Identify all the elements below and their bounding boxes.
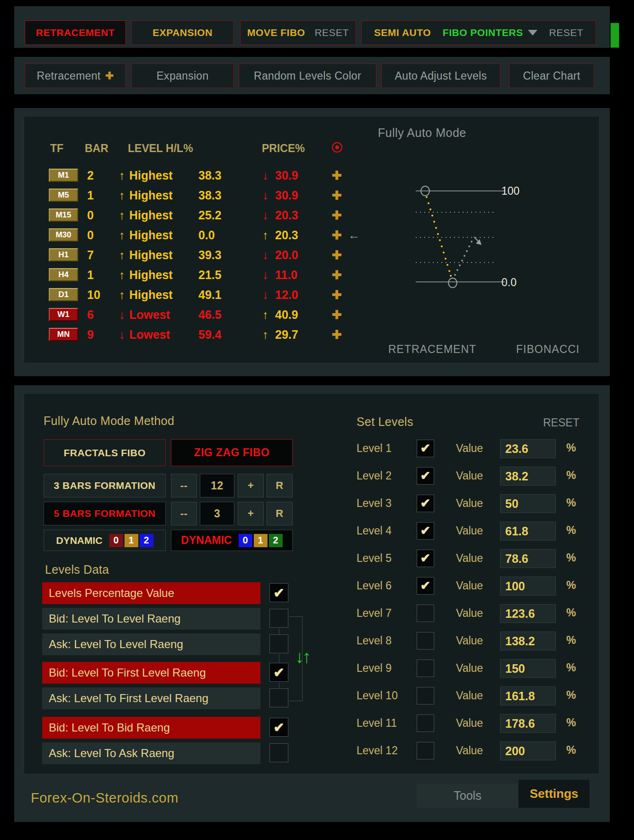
random-levels-color-button[interactable]: Random Levels Color: [239, 63, 376, 88]
move-fibo-button[interactable]: MOVE FIBO: [247, 27, 305, 38]
levels-data-row-button[interactable]: Ask: Level To Ask Raeng: [42, 742, 260, 764]
level-checkbox[interactable]: [417, 742, 434, 759]
level-value-input[interactable]: 78.6: [500, 549, 556, 568]
levels-data-checkbox[interactable]: [269, 583, 288, 602]
levels-data-row-button[interactable]: Ask: Level To Level Raeng: [42, 633, 260, 655]
semi-auto-button[interactable]: SEMI AUTO: [374, 27, 431, 38]
dynamic-option-button[interactable]: 2: [269, 534, 283, 547]
timeframe-button[interactable]: M5: [49, 189, 78, 202]
add-fibo-icon[interactable]: [332, 169, 342, 182]
bar-count: 2: [87, 169, 94, 182]
bars3-increment-button[interactable]: +: [238, 474, 264, 497]
level-checkbox[interactable]: [417, 467, 434, 485]
dynamic-option-button[interactable]: 0: [239, 534, 252, 547]
bars3-formation-button[interactable]: 3 BARS FORMATION: [44, 474, 166, 497]
panel-collapse-handle[interactable]: [610, 23, 619, 48]
level-value-input[interactable]: 200: [500, 741, 556, 760]
level-checkbox[interactable]: [417, 550, 434, 567]
pointers-reset-button[interactable]: RESET: [549, 27, 583, 38]
zigzag-fibo-button[interactable]: ZIG ZAG FIBO: [171, 439, 293, 466]
set-level-row: Level 10 Value 161.8 %: [357, 683, 584, 710]
add-fibo-icon[interactable]: [332, 228, 342, 242]
tab-tools[interactable]: Tools: [417, 784, 518, 808]
levels-data-label: Levels Percentage Value: [49, 587, 174, 600]
auto-adjust-levels-button[interactable]: Auto Adjust Levels: [381, 63, 500, 88]
levels-data-checkbox[interactable]: [269, 718, 288, 737]
fractals-fibo-button[interactable]: FRACTALS FIBO: [44, 439, 166, 466]
add-fibo-icon[interactable]: [332, 268, 342, 282]
level-checkbox[interactable]: [417, 632, 434, 650]
timeframe-button[interactable]: H4: [49, 268, 78, 281]
level-checkbox[interactable]: [417, 495, 434, 512]
levels-data-checkbox[interactable]: [269, 634, 288, 653]
method-section-title: Fully Auto Mode Method: [44, 414, 174, 428]
bars3-reset-button[interactable]: R: [267, 474, 293, 497]
add-fibo-icon[interactable]: [332, 288, 342, 302]
bars5-increment-button[interactable]: +: [238, 502, 264, 525]
level-value-input[interactable]: 161.8: [500, 686, 556, 705]
set-levels-reset-button[interactable]: RESET: [543, 416, 580, 429]
level-checkbox[interactable]: [417, 522, 434, 540]
levels-data-checkbox[interactable]: [269, 743, 288, 762]
add-fibo-icon[interactable]: [332, 208, 342, 222]
add-fibo-icon[interactable]: [332, 308, 342, 322]
value-label: Value: [456, 634, 483, 647]
clear-chart-button[interactable]: Clear Chart: [509, 63, 594, 88]
levels-data-row-button[interactable]: Bid: Level To Bid Raeng: [42, 717, 260, 739]
timeframe-button[interactable]: D1: [49, 288, 78, 301]
dynamic-option-button[interactable]: 2: [140, 534, 153, 547]
level-value-input[interactable]: 38.2: [500, 467, 556, 486]
timeframe-button[interactable]: MN: [49, 328, 78, 341]
level-checkbox[interactable]: [417, 659, 434, 677]
level-label: Level 2: [357, 470, 392, 482]
bars5-formation-button[interactable]: 5 BARS FORMATION: [44, 502, 166, 525]
dynamic-option-button[interactable]: 1: [254, 534, 268, 547]
retracement-mode-button[interactable]: RETRACEMENT: [25, 20, 126, 45]
price-direction-icon: [262, 189, 268, 202]
expansion-mode-button[interactable]: EXPANSION: [131, 20, 234, 45]
level-value-input[interactable]: 100: [500, 577, 556, 596]
levels-data-checkbox[interactable]: [269, 609, 288, 628]
level-checkbox[interactable]: [417, 440, 434, 457]
add-fibo-icon[interactable]: [332, 328, 342, 342]
levels-data-checkbox[interactable]: [269, 688, 288, 707]
level-value-input[interactable]: 50: [500, 494, 556, 513]
timeframe-table-header: TF BAR LEVEL H/L% PRICE%: [24, 142, 599, 157]
timeframe-button[interactable]: H1: [49, 248, 78, 262]
level-checkbox[interactable]: [417, 714, 434, 732]
level-checkbox[interactable]: [417, 605, 434, 622]
value-label: Value: [456, 552, 483, 565]
level-value-input[interactable]: 178.6: [500, 714, 556, 733]
levels-data-row-button[interactable]: Ask: Level To First Level Raeng: [42, 687, 260, 709]
draw-retracement-button[interactable]: Retracement ✚: [25, 63, 126, 88]
dynamic-option-button[interactable]: 0: [109, 534, 123, 547]
timeframe-button[interactable]: M30: [49, 228, 78, 242]
tab-settings[interactable]: Settings: [518, 780, 589, 808]
dynamic-option-button[interactable]: 1: [125, 534, 138, 547]
level-value-input[interactable]: 138.2: [500, 632, 556, 650]
level-value-input[interactable]: 123.6: [500, 604, 556, 623]
level-value-input[interactable]: 61.8: [500, 522, 556, 541]
bars3-decrement-button[interactable]: --: [171, 474, 197, 497]
levels-data-checkbox[interactable]: [269, 663, 288, 682]
level-type: Highest: [129, 268, 173, 282]
levels-data-row-button[interactable]: Bid: Level To Level Raeng: [42, 608, 260, 630]
draw-expansion-button[interactable]: Expansion: [131, 63, 234, 88]
level-value-input[interactable]: 150: [500, 659, 556, 678]
bars5-reset-button[interactable]: R: [267, 502, 293, 525]
level-checkbox[interactable]: [417, 687, 434, 705]
timeframe-button[interactable]: M15: [49, 208, 78, 222]
timeframe-button[interactable]: W1: [49, 308, 78, 321]
levels-data-row-button[interactable]: Bid: Level To First Level Raeng: [42, 662, 260, 684]
bars5-decrement-button[interactable]: --: [171, 502, 197, 525]
table-row: H1 7 Highest 39.3 20.0: [24, 245, 393, 265]
timeframe-button[interactable]: M1: [49, 169, 78, 182]
level-checkbox[interactable]: [417, 577, 434, 595]
fibo-pointers-dropdown[interactable]: FIBO POINTERS: [443, 27, 537, 38]
levels-data-row-button[interactable]: Levels Percentage Value: [42, 582, 260, 604]
percent-label: %: [566, 606, 576, 619]
add-fibo-icon[interactable]: [332, 189, 342, 202]
move-fibo-reset-button[interactable]: RESET: [314, 27, 349, 38]
add-fibo-icon[interactable]: [332, 248, 342, 262]
level-value-input[interactable]: 23.6: [500, 439, 556, 458]
